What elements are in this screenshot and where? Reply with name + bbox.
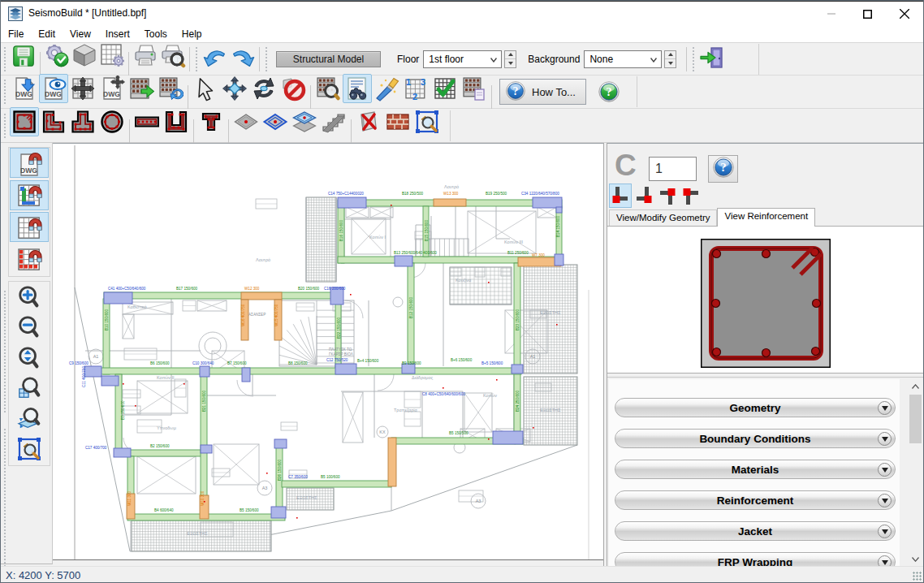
- zoom-in-button[interactable]: [10, 282, 49, 312]
- save-icon: [11, 44, 36, 68]
- resize-grip[interactable]: [913, 572, 922, 581]
- toolbar-grip[interactable]: [195, 47, 198, 71]
- menu-insert[interactable]: Insert: [98, 26, 137, 42]
- stairs-button[interactable]: [319, 107, 348, 136]
- toolbar-grip[interactable]: [3, 114, 6, 138]
- element-help-button[interactable]: ?: [708, 155, 738, 183]
- building-export-button[interactable]: undefined: [127, 74, 156, 103]
- section-circle-button[interactable]: [97, 107, 127, 136]
- accordion-expand-button[interactable]: [878, 401, 892, 415]
- move-tool-button[interactable]: [220, 74, 249, 103]
- snap-edge-button[interactable]: [10, 180, 49, 210]
- snap-grid-button[interactable]: [10, 212, 49, 242]
- floor-spinner[interactable]: [504, 50, 516, 68]
- zoom-region-button[interactable]: [10, 434, 49, 464]
- tab-view-modify-geometry[interactable]: View/Modify Geometry: [609, 209, 717, 227]
- scroll-down-button[interactable]: [909, 552, 922, 566]
- toolbar-grip[interactable]: [692, 47, 695, 71]
- section-u-button[interactable]: [162, 107, 191, 136]
- slab-gray-button[interactable]: [231, 107, 261, 136]
- accordion-geometry[interactable]: Geometry: [615, 398, 896, 417]
- exit-door-button[interactable]: [698, 44, 726, 71]
- accordion-expand-button[interactable]: [878, 463, 892, 477]
- minimize-button[interactable]: [813, 2, 849, 26]
- accordion-expand-button[interactable]: [878, 555, 892, 566]
- accordion-jacket[interactable]: Jacket: [615, 521, 896, 541]
- dwg-import-button[interactable]: DWG: [10, 74, 39, 103]
- help-green-button[interactable]: ?: [594, 77, 624, 106]
- section-square-button[interactable]: [10, 107, 39, 136]
- col-orient-1-button[interactable]: [609, 184, 632, 208]
- doc-binoculars-button[interactable]: [343, 74, 372, 103]
- zoom-dynamic-button[interactable]: [10, 343, 49, 373]
- rotate-tool-button[interactable]: [249, 74, 278, 103]
- zoom-extents-button[interactable]: [10, 404, 49, 434]
- col-orient-4-button[interactable]: [680, 184, 702, 208]
- accordion-materials[interactable]: Materials: [615, 460, 896, 479]
- col-orient-2-button[interactable]: [633, 184, 655, 208]
- building-zoom-button[interactable]: undefined: [313, 74, 343, 103]
- undo-button[interactable]: [201, 45, 229, 72]
- menu-edit[interactable]: Edit: [31, 26, 63, 42]
- cursor-select-button[interactable]: [191, 75, 220, 104]
- redo-button[interactable]: [229, 45, 257, 72]
- dwg-move-button[interactable]: DWG: [97, 74, 127, 103]
- building-copy-button[interactable]: undefined: [460, 74, 489, 103]
- sidebar-grip[interactable]: [3, 429, 6, 583]
- tab-view-reinforcement[interactable]: View Reinforcement: [717, 208, 815, 227]
- accordion-boundary-conditions[interactable]: Boundary Conditions: [615, 429, 896, 448]
- accordion-expand-button[interactable]: [878, 432, 892, 446]
- grid-settings-button[interactable]: [98, 41, 126, 69]
- drawing-canvas[interactable]: A1A3A1A3KXC14 750+C14400020B18 250/500W1…: [53, 143, 603, 560]
- zoom-window-button[interactable]: [10, 374, 49, 404]
- building-refresh-button[interactable]: undefined: [156, 74, 185, 103]
- wall-brick-button[interactable]: [383, 107, 412, 136]
- zoom-out-button[interactable]: [10, 313, 49, 343]
- grid-check-button[interactable]: [430, 74, 460, 103]
- dwg-view-button[interactable]: DWG: [39, 74, 68, 103]
- section-l-button[interactable]: [39, 107, 68, 136]
- print-preview-button[interactable]: [159, 41, 187, 69]
- menu-file[interactable]: File: [1, 26, 31, 42]
- sidebar-grip[interactable]: [3, 291, 6, 412]
- accordion-frp-wrapping[interactable]: FRP Wrapping: [615, 552, 896, 566]
- section-t-button[interactable]: [68, 107, 97, 136]
- save-button[interactable]: [10, 42, 37, 70]
- menu-view[interactable]: View: [63, 26, 98, 42]
- background-combobox[interactable]: None: [584, 50, 662, 68]
- element-number-input[interactable]: 1: [649, 157, 697, 181]
- scroll-up-button[interactable]: [909, 379, 922, 393]
- floor-combobox[interactable]: 1st floor: [423, 50, 502, 68]
- snap-dwg-button[interactable]: DWG: [10, 148, 49, 178]
- how-to-button[interactable]: ? How To...: [499, 79, 586, 105]
- close-button[interactable]: [886, 2, 922, 26]
- no-entry-button[interactable]: [278, 74, 308, 103]
- toolbar-grip[interactable]: [3, 47, 6, 71]
- cube-button[interactable]: [71, 41, 98, 69]
- snap-points-button[interactable]: [10, 244, 49, 274]
- toolbar-grip[interactable]: [265, 47, 268, 71]
- wall-delete-button[interactable]: [354, 107, 383, 136]
- grid-move-button[interactable]: [68, 74, 97, 103]
- slab-blue-button[interactable]: [261, 107, 290, 136]
- section-tbeam-button[interactable]: [196, 107, 226, 136]
- zoom-region-button[interactable]: [412, 107, 442, 136]
- section-wall-button[interactable]: [132, 107, 162, 136]
- maximize-button[interactable]: [849, 2, 886, 26]
- col-orient-3-button[interactable]: [656, 184, 679, 208]
- accordion-expand-button[interactable]: [878, 494, 892, 507]
- toolbar-grip[interactable]: [3, 80, 6, 104]
- menu-help[interactable]: Help: [175, 26, 209, 42]
- paintbrush-button[interactable]: [372, 74, 401, 103]
- menu-tools[interactable]: Tools: [137, 26, 175, 42]
- accordion-expand-button[interactable]: [878, 525, 892, 538]
- printer-button[interactable]: [132, 41, 159, 69]
- settings-check-button[interactable]: [43, 41, 71, 69]
- accordion-scrollbar[interactable]: [909, 379, 922, 566]
- structural-model-button[interactable]: Structural Model: [276, 51, 381, 67]
- grid-numbers-button[interactable]: 132: [401, 74, 430, 103]
- scrollbar-thumb[interactable]: [909, 395, 922, 443]
- slab-stack-button[interactable]: [290, 107, 319, 136]
- background-spinner[interactable]: [664, 50, 676, 68]
- accordion-reinforcement[interactable]: Reinforcement: [615, 490, 896, 510]
